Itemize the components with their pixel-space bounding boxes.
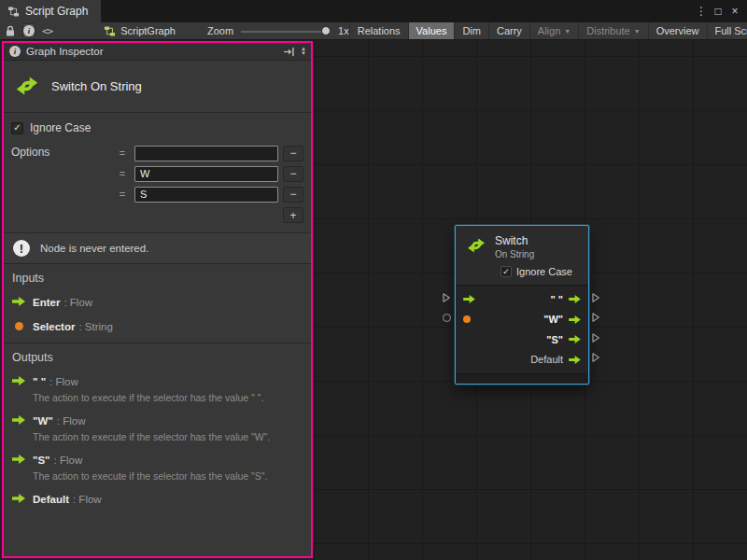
output-port-row: Default: Flow (12, 490, 303, 507)
full-screen-button[interactable]: Full Screen (707, 22, 747, 39)
node-ignore-case-row: ✓ Ignore Case (456, 261, 588, 285)
port-row: "W" (456, 310, 588, 330)
window-titlebar: Script Graph ⋮ □ × (0, 0, 747, 22)
output-port-row: " ": Flow (12, 372, 303, 389)
close-icon[interactable]: × (726, 2, 743, 21)
ignore-case-label: Ignore Case (30, 121, 91, 134)
zoom-slider[interactable] (241, 22, 331, 40)
drag-handle-icon[interactable]: = (115, 168, 130, 179)
input-connect-marker[interactable] (442, 292, 451, 303)
code-view-icon[interactable]: <> (37, 22, 57, 39)
port-label: "W" (543, 314, 563, 325)
align-dropdown[interactable]: Align ▼ (529, 22, 578, 39)
remove-option-button[interactable]: − (283, 146, 303, 161)
inspector-header: i Graph Inspector ▲ ▼ (4, 43, 311, 61)
drag-handle-icon[interactable]: = (115, 147, 130, 159)
zoom-slider-track[interactable] (241, 31, 331, 33)
relations-button[interactable]: Relations (349, 22, 408, 39)
outputs-header: Outputs (12, 351, 303, 364)
remove-option-button[interactable]: − (283, 166, 303, 182)
output-flow-port[interactable] (569, 315, 581, 324)
window-menu-icon[interactable]: ⋮ (693, 2, 710, 21)
output-port-row: "W": Flow (12, 412, 303, 428)
distribute-dropdown[interactable]: Distribute ▼ (578, 22, 647, 39)
port-row: " " (456, 289, 588, 310)
flow-port-icon (12, 455, 25, 464)
node-header: Switch On String (456, 226, 588, 261)
window-controls: ⋮ □ × (693, 0, 747, 22)
port-description: The action to execute if the selector ha… (33, 392, 303, 403)
remove-option-button[interactable]: − (283, 187, 303, 203)
port-description: The action to execute if the selector ha… (33, 470, 303, 482)
node-footer (456, 373, 588, 384)
node-title: Switch (495, 234, 534, 247)
output-port-row: "S": Flow (12, 451, 303, 468)
values-button[interactable]: Values (408, 22, 455, 39)
node-title: Switch On String (51, 79, 142, 93)
output-connect-marker[interactable] (591, 332, 600, 343)
enter-flow-port[interactable] (463, 295, 475, 303)
switch-on-string-node[interactable]: Switch On String ✓ Ignore Case " " "W" (455, 225, 589, 385)
info-icon: i (9, 46, 21, 57)
flow-port-icon (12, 376, 25, 385)
port-label: " " (551, 294, 564, 305)
dim-button[interactable]: Dim (454, 22, 488, 39)
selector-connect-marker[interactable] (443, 314, 451, 322)
port-label: Default (530, 354, 563, 365)
graph-toolbar: i <> ScriptGraph Zoom 1x Relations Value… (0, 22, 747, 40)
zoom-label: Zoom (207, 25, 233, 36)
scroll-spinner[interactable]: ▲ ▼ (301, 47, 308, 56)
option-input[interactable] (134, 166, 278, 182)
output-connect-marker[interactable] (591, 312, 600, 323)
ignore-case-checkbox[interactable]: ✓ (11, 122, 23, 134)
output-flow-port[interactable] (569, 335, 581, 343)
dock-panel-icon[interactable] (283, 47, 295, 57)
option-row: = − (115, 184, 303, 204)
info-icon: i (23, 25, 35, 36)
ignore-case-row: ✓ Ignore Case (11, 121, 303, 134)
add-option-button[interactable]: + (283, 207, 303, 223)
output-connect-marker[interactable] (591, 352, 600, 363)
selector-value-port[interactable] (463, 315, 471, 323)
switch-icon (465, 234, 487, 257)
node-subtitle: On String (495, 249, 534, 259)
lock-icon[interactable] (0, 22, 21, 39)
ignore-case-checkbox[interactable]: ✓ (500, 266, 512, 277)
overview-button[interactable]: Overview (648, 22, 707, 39)
tab-label: Script Graph (25, 5, 88, 18)
maximize-icon[interactable]: □ (710, 2, 726, 21)
ignore-case-label: Ignore Case (516, 266, 572, 277)
zoom-value: 1x (338, 25, 349, 36)
options-list: = − = − = − + (115, 143, 303, 223)
option-input[interactable] (134, 187, 278, 203)
input-port-row: Enter: Flow (12, 293, 303, 310)
switch-icon (13, 72, 41, 100)
port-label: "S" (546, 334, 563, 345)
port-row: Default (456, 350, 588, 371)
outputs-section: Outputs " ": Flow The action to execute … (4, 343, 311, 556)
output-connect-marker[interactable] (591, 292, 600, 303)
output-flow-port[interactable] (569, 295, 581, 303)
option-input[interactable] (134, 146, 278, 161)
chevron-down-icon: ▼ (564, 28, 571, 35)
spinner-down-icon[interactable]: ▼ (301, 51, 306, 56)
inputs-header: Inputs (12, 272, 303, 285)
tab-script-graph[interactable]: Script Graph (0, 0, 101, 22)
zoom-slider-thumb[interactable] (321, 26, 331, 35)
drag-handle-icon[interactable]: = (115, 189, 130, 200)
flow-port-icon (12, 415, 25, 425)
flow-port-icon (12, 297, 25, 306)
warning-text: Node is never entered. (40, 243, 148, 254)
inputs-section: Inputs Enter: Flow Selector: String (4, 264, 311, 343)
options-block: Options = − = − = − + (11, 143, 303, 223)
script-graph-asset-icon (104, 25, 116, 37)
output-flow-port[interactable] (569, 356, 581, 364)
carry-button[interactable]: Carry (488, 22, 529, 39)
breadcrumb[interactable]: ScriptGraph (96, 22, 183, 39)
port-description: The action to execute if the selector ha… (33, 431, 303, 442)
inspector-title: Graph Inspector (26, 46, 103, 57)
port-row: "S" (456, 329, 588, 350)
inspector-node-title-block: Switch On String (4, 61, 311, 113)
option-row: = − (115, 163, 303, 184)
inspector-toggle-button[interactable]: i (22, 23, 35, 38)
